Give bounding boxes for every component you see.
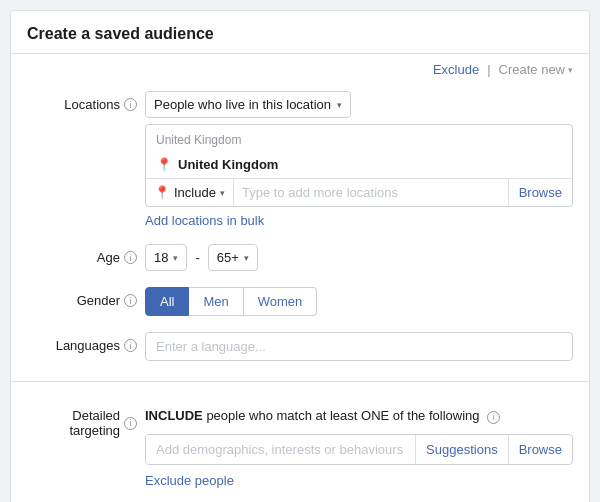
targeting-description: INCLUDE people who match at least ONE of… xyxy=(145,402,573,426)
targeting-browse-button[interactable]: Browse xyxy=(508,435,572,464)
locations-info-icon[interactable]: i xyxy=(124,98,137,111)
locations-dropdown[interactable]: People who live in this location ▾ xyxy=(145,91,351,118)
targeting-input-row: Suggestions Browse xyxy=(145,434,573,465)
add-locations-bulk-link[interactable]: Add locations in bulk xyxy=(145,213,264,228)
detailed-targeting-control: INCLUDE people who match at least ONE of… xyxy=(145,402,573,488)
detailed-targeting-row: Detailed targeting i INCLUDE people who … xyxy=(11,394,589,496)
create-new-button[interactable]: Create new ▾ xyxy=(499,62,573,77)
locations-label: Locations i xyxy=(27,91,137,112)
card-title: Create a saved audience xyxy=(11,11,589,54)
include-select[interactable]: 📍 Include ▾ xyxy=(146,179,234,206)
exclude-people-link[interactable]: Exclude people xyxy=(145,473,234,488)
targeting-input[interactable] xyxy=(146,435,415,464)
age-max-arrow: ▾ xyxy=(244,253,249,263)
age-separator: - xyxy=(195,250,199,265)
age-min-dropdown[interactable]: 18 ▾ xyxy=(145,244,187,271)
include-pin-icon: 📍 xyxy=(154,185,170,200)
gender-row: Gender i All Men Women xyxy=(11,279,589,324)
location-input-row: 📍 Include ▾ Browse xyxy=(146,178,572,206)
create-new-arrow: ▾ xyxy=(568,65,573,75)
detailed-targeting-info-icon[interactable]: i xyxy=(124,417,137,430)
gender-men-button[interactable]: Men xyxy=(189,287,243,316)
detailed-targeting-label: Detailed targeting i xyxy=(27,402,137,438)
age-row: Age i 18 ▾ - 65+ ▾ xyxy=(11,236,589,279)
location-search-hint: United Kingdom xyxy=(146,125,572,151)
targeting-description-rest: people who match at least ONE of the fol… xyxy=(203,408,480,423)
gender-label: Gender i xyxy=(27,287,137,308)
targeting-description-info-icon[interactable]: i xyxy=(487,411,500,424)
languages-info-icon[interactable]: i xyxy=(124,339,137,352)
age-min-arrow: ▾ xyxy=(173,253,178,263)
exclude-link[interactable]: Exclude xyxy=(433,62,479,77)
gender-all-button[interactable]: All xyxy=(145,287,189,316)
include-arrow: ▾ xyxy=(220,188,225,198)
top-actions-bar: Exclude | Create new ▾ xyxy=(11,54,589,83)
location-item: 📍 United Kingdom xyxy=(146,151,572,178)
language-input[interactable] xyxy=(145,332,573,361)
gender-info-icon[interactable]: i xyxy=(124,294,137,307)
gender-control: All Men Women xyxy=(145,287,573,316)
gender-women-button[interactable]: Women xyxy=(244,287,318,316)
age-info-icon[interactable]: i xyxy=(124,251,137,264)
locations-row: Locations i People who live in this loca… xyxy=(11,83,589,236)
location-browse-button[interactable]: Browse xyxy=(508,179,572,206)
age-control: 18 ▾ - 65+ ▾ xyxy=(145,244,573,271)
location-text-input[interactable] xyxy=(234,179,508,206)
section-divider xyxy=(11,381,589,382)
targeting-include-keyword: INCLUDE xyxy=(145,408,203,423)
languages-label: Languages i xyxy=(27,332,137,353)
location-pin-icon: 📍 xyxy=(156,157,172,172)
locations-dropdown-arrow: ▾ xyxy=(337,100,342,110)
languages-row: Languages i xyxy=(11,324,589,369)
suggestions-button[interactable]: Suggestions xyxy=(415,435,508,464)
age-max-dropdown[interactable]: 65+ ▾ xyxy=(208,244,258,271)
age-selector: 18 ▾ - 65+ ▾ xyxy=(145,244,573,271)
separator: | xyxy=(487,62,490,77)
languages-control xyxy=(145,332,573,361)
create-audience-card: Create a saved audience Exclude | Create… xyxy=(10,10,590,502)
location-box: United Kingdom 📍 United Kingdom 📍 Includ… xyxy=(145,124,573,207)
locations-control: People who live in this location ▾ Unite… xyxy=(145,91,573,228)
gender-selector: All Men Women xyxy=(145,287,573,316)
age-label: Age i xyxy=(27,244,137,265)
